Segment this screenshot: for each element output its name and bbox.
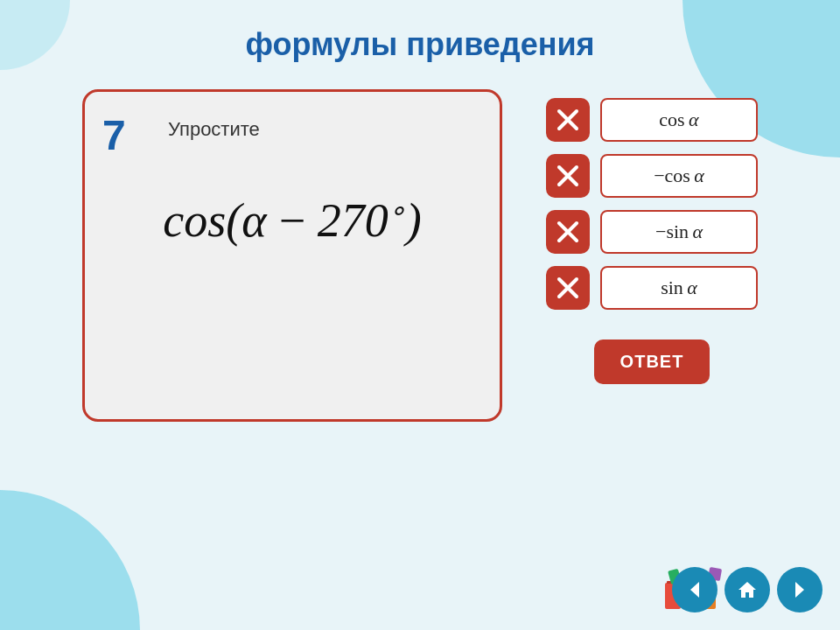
answer-option-4[interactable]: sin α (600, 266, 758, 310)
answer-x-btn-1[interactable] (546, 98, 590, 142)
answer-row-1: cos α (546, 98, 758, 142)
question-label: Упростите (168, 111, 260, 140)
answer-option-2[interactable]: −cos α (600, 154, 758, 198)
formula-display: cos(α − 270∘) (111, 193, 473, 248)
answer-btn-container: ОТВЕТ (546, 340, 758, 384)
nav-back-button[interactable] (672, 567, 718, 612)
home-icon (736, 578, 759, 601)
main-content: 7 Упростите cos(α − 270∘) cos α (0, 89, 840, 422)
answer-option-3[interactable]: −sin α (600, 210, 758, 254)
answer-button[interactable]: ОТВЕТ (594, 340, 710, 384)
answer-x-btn-2[interactable] (546, 154, 590, 198)
answer-x-btn-3[interactable] (546, 210, 590, 254)
svg-marker-18 (795, 582, 804, 598)
nav-home-button[interactable] (724, 567, 770, 612)
bg-decoration-bottom-left (0, 490, 140, 630)
answer-x-btn-4[interactable] (546, 266, 590, 310)
answer-row-3: −sin α (546, 210, 758, 254)
nav-forward-button[interactable] (777, 567, 822, 612)
forward-icon (788, 578, 811, 601)
answer-label-4: sin α (661, 276, 697, 299)
answer-row-2: −cos α (546, 154, 758, 198)
answer-row-4: sin α (546, 266, 758, 310)
answers-panel: cos α −cos α −si (546, 98, 758, 384)
svg-marker-16 (690, 582, 699, 598)
svg-marker-17 (738, 582, 756, 598)
nav-buttons (672, 567, 822, 612)
question-number: 7 (102, 111, 126, 159)
x-icon-4 (556, 276, 580, 300)
x-icon-1 (556, 108, 580, 132)
answer-label-3: −sin α (655, 220, 703, 243)
x-icon-2 (556, 164, 580, 188)
question-panel: 7 Упростите cos(α − 270∘) (82, 89, 502, 422)
answer-option-1[interactable]: cos α (600, 98, 758, 142)
page-title: формулы приведения (0, 0, 840, 63)
answer-label-2: −cos α (654, 164, 704, 187)
back-icon (683, 578, 706, 601)
answer-label-1: cos α (659, 108, 698, 131)
x-icon-3 (556, 220, 580, 244)
